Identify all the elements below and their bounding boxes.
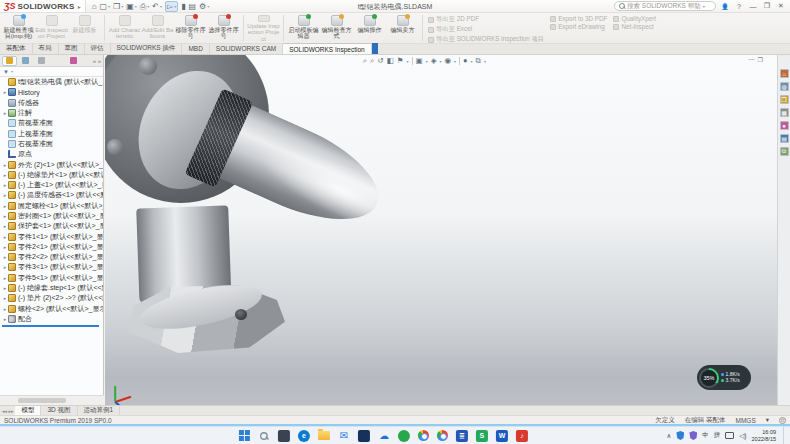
tree-item[interactable]: ▸配合	[0, 314, 103, 324]
tab-SOLIDWORKS 插件[interactable]: SOLIDWORKS 插件	[111, 43, 183, 54]
tree-item[interactable]: ▸固定螺栓<1> (默认<<默认>_显示状	[0, 201, 103, 211]
tab-草图[interactable]: 草图	[59, 43, 85, 54]
zoom-to-area-icon[interactable]: ⌕	[370, 56, 374, 66]
tree-item[interactable]: ▸(-) 绝缘垫片<1> (默认<<默认>_显	[0, 170, 103, 180]
tab-SOLIDWORKS Inspection[interactable]: SOLIDWORKS Inspection	[283, 43, 372, 54]
mail-icon[interactable]: ✉	[338, 430, 350, 442]
tree-item[interactable]: ▸零件3<1> (默认<<默认>_显示状态	[0, 262, 103, 272]
tree-item[interactable]: 传感器	[0, 98, 103, 108]
minimize-button[interactable]: —	[748, 3, 758, 10]
view-palette-icon[interactable]: ▦	[780, 108, 789, 117]
dropdown-caret-icon[interactable]: ▾	[471, 59, 473, 64]
help-button[interactable]: ?	[734, 3, 744, 10]
dropdown-caret-icon[interactable]: ▾	[108, 2, 110, 11]
propertymanager-tab[interactable]	[18, 56, 33, 66]
display-tray-icon[interactable]	[725, 432, 734, 439]
zoom-to-fit-icon[interactable]: ⌕	[363, 56, 367, 66]
ime-mode-indicator[interactable]: 中	[702, 431, 709, 440]
safe-browser-icon[interactable]	[418, 430, 429, 441]
rollback-bar[interactable]	[2, 325, 99, 327]
dropdown-caret-icon[interactable]: ▾	[147, 2, 149, 11]
view-orientation-icon[interactable]: ▣	[416, 56, 423, 66]
dropdown-caret-icon[interactable]: ▾	[439, 59, 441, 64]
tab-布局[interactable]: 布局	[33, 43, 59, 54]
customize-icon[interactable]: ⚙	[779, 417, 786, 424]
tree-item[interactable]: ▸保护套<1> (默认<<默认>_显示状态	[0, 221, 103, 231]
units-caret-icon[interactable]: ▾	[766, 416, 769, 424]
tree-item[interactable]: ▸(-) 绝缘套.step<1> (默认<<默认>	[0, 283, 103, 293]
tree-item[interactable]: ▸零件5<1> (默认<<默认>_显示状态	[0, 273, 103, 283]
dropdown-caret-icon[interactable]: ▾	[121, 2, 123, 11]
featuremanager-tab[interactable]	[2, 56, 17, 66]
word-icon[interactable]: W	[496, 430, 508, 442]
displaymanager-tab[interactable]	[66, 56, 81, 66]
tree-item[interactable]: ▸密封圈<1> (默认<<默认>_显示状态	[0, 211, 103, 221]
tree-item[interactable]: ▸外壳 (2)<1> (默认<<默认>_显示状	[0, 159, 103, 169]
panel-horizontal-scrollbar[interactable]	[0, 395, 104, 405]
section-view-icon[interactable]: ◧	[387, 56, 394, 66]
show-desktop-button[interactable]	[783, 427, 786, 444]
volume-tray-icon[interactable]: ◁)	[739, 432, 746, 440]
tree-item[interactable]: ▸注解	[0, 108, 103, 118]
defender-tray-icon[interactable]	[689, 431, 697, 440]
chrome-icon[interactable]	[437, 430, 448, 441]
file-explorer-icon[interactable]: ❒	[780, 95, 789, 104]
doc-tab-模型[interactable]: 模型	[15, 406, 41, 416]
ribbon-button[interactable]: 编辑操作	[353, 14, 386, 42]
close-button[interactable]: ✕	[776, 2, 786, 10]
store-icon[interactable]	[358, 430, 370, 442]
tab-scroll-buttons[interactable]: ◂◂ ▸▸	[0, 408, 15, 414]
tab-评估[interactable]: 评估	[85, 43, 111, 54]
edge-icon[interactable]: e	[298, 430, 310, 442]
notes-app-icon[interactable]: ≣	[456, 430, 468, 442]
dropdown-caret-icon[interactable]: ▾	[484, 59, 486, 64]
tree-item[interactable]: t型铠装热电偶 (默认<默认_显示状态-1	[0, 77, 103, 87]
performance-overlay[interactable]: 35% 1.8K/s 3.7K/s	[697, 365, 751, 390]
view-settings-icon[interactable]: ⧉	[476, 56, 481, 66]
tree-item[interactable]: 右视基准面	[0, 139, 103, 149]
login-button[interactable]: 👤	[720, 3, 730, 10]
tree-item[interactable]: ▸螺栓<2> (默认<<默认>_显示状态	[0, 304, 103, 314]
tab-SOLIDWORKS CAM[interactable]: SOLIDWORKS CAM	[210, 43, 283, 54]
browser-360-icon[interactable]	[398, 430, 410, 442]
panel-tabs-overflow[interactable]: « »	[93, 58, 103, 64]
ribbon-button[interactable]: 选择零件序号	[207, 14, 240, 42]
menu-flyout-icon[interactable]: ▸	[78, 3, 81, 10]
new-file-icon[interactable]: ▢▾	[99, 2, 110, 11]
dropdown-caret-icon[interactable]: ▾	[207, 2, 209, 11]
tree-item[interactable]: ▸(-) 垫片 (2)<2> ->? (默认<<默认	[0, 293, 103, 303]
ribbon-button[interactable]: 新建检查项目(imp:纯)	[2, 14, 35, 42]
open-file-icon[interactable]: ❒▾	[113, 2, 123, 11]
dropdown-caret-icon[interactable]: ▾	[454, 59, 456, 64]
ime-name-indicator[interactable]: 拼	[714, 431, 721, 440]
rebuild-icon[interactable]: ▮	[181, 2, 185, 11]
tree-item[interactable]: ▸零件2<1> (默认<<默认>_显示状态	[0, 242, 103, 252]
options-icon[interactable]: ⚙▾	[199, 2, 209, 11]
print-icon[interactable]: ⎙▾	[140, 2, 149, 11]
child-window-control[interactable]: ❐	[758, 56, 763, 63]
undo-icon[interactable]: ↶▾	[152, 2, 162, 11]
file-properties-icon[interactable]: ▤	[189, 2, 197, 11]
dimxpertmanager-tab[interactable]	[50, 56, 65, 66]
previous-view-icon[interactable]: ↺	[377, 56, 383, 66]
file-explorer-icon[interactable]	[318, 431, 330, 440]
antivirus-tray-icon[interactable]	[676, 431, 684, 440]
child-window-control[interactable]: —	[749, 56, 755, 63]
tree-filter-row[interactable]: ▼ ▾	[0, 67, 103, 77]
task-view-button[interactable]	[278, 430, 290, 442]
filter-caret-icon[interactable]: ▾	[11, 69, 13, 74]
graphics-viewport[interactable]: ⌕⌕↺◧⚑▾▣▾◈▾◉▾●▾⧉▾ 35% 1.8K/s 3.7K/s	[105, 55, 777, 405]
ribbon-button[interactable]: 编辑卖方	[386, 14, 419, 42]
dropdown-caret-icon[interactable]: ▾	[174, 2, 176, 11]
dropdown-caret-icon[interactable]: ▾	[407, 59, 409, 64]
home-icon[interactable]: ⌂	[92, 2, 97, 11]
display-style-icon[interactable]: ◈	[431, 56, 437, 66]
hide-show-items-icon[interactable]: ◉	[444, 56, 451, 66]
tree-item[interactable]: ▸History	[0, 87, 103, 97]
dropdown-caret-icon[interactable]: ▾	[160, 2, 162, 11]
music-app-icon[interactable]: ♪	[516, 430, 528, 442]
pack-and-go-icon[interactable]: ⧉	[780, 147, 789, 156]
dynamic-annotation-icon[interactable]: ⚑	[397, 56, 404, 66]
design-library-icon[interactable]: ◍	[780, 82, 789, 91]
custom-properties-icon[interactable]: ▤	[780, 134, 789, 143]
